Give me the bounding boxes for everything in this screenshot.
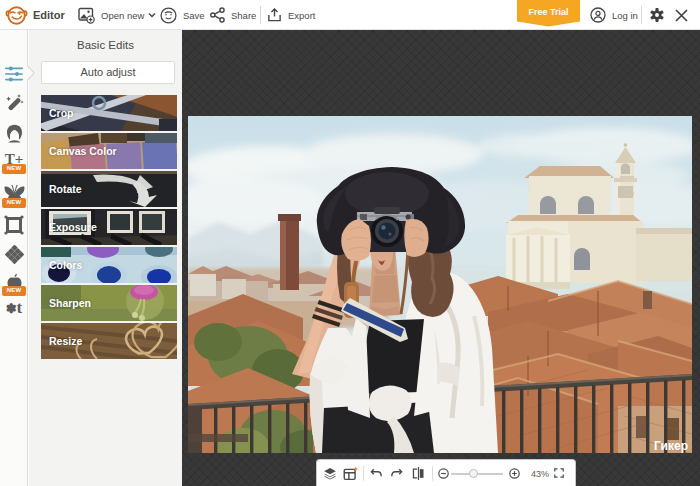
svg-text:Гикер: Гикер [654, 439, 688, 453]
